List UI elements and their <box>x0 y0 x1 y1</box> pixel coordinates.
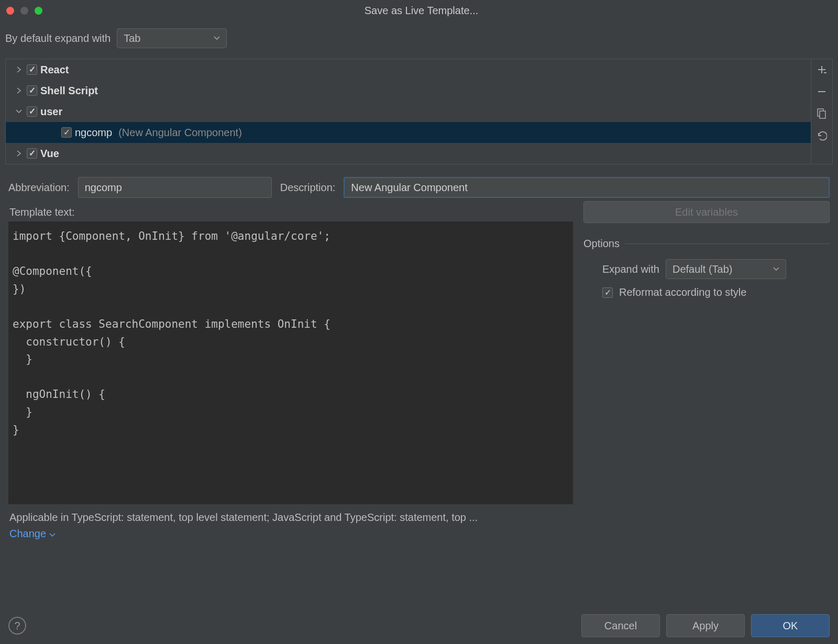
template-tree-area: React Shell Script user ngcomp (New Angu… <box>5 59 833 164</box>
cancel-button[interactable]: Cancel <box>581 614 660 637</box>
cancel-label: Cancel <box>604 620 637 632</box>
editor-area: Template text: import {Component, OnInit… <box>0 198 838 542</box>
reformat-row: Reformat according to style <box>602 286 830 298</box>
tree-item-ngcomp[interactable]: ngcomp (New Angular Component) <box>6 122 811 143</box>
chevron-right-icon <box>14 150 24 157</box>
ok-label: OK <box>783 620 798 632</box>
description-label: Description: <box>280 182 336 194</box>
divider <box>625 243 830 244</box>
options-title-label: Options <box>583 238 620 250</box>
copy-icon[interactable] <box>815 107 828 120</box>
undo-icon[interactable] <box>815 129 828 142</box>
tree-item-user[interactable]: user <box>6 101 811 122</box>
default-expand-select[interactable]: Tab <box>117 28 227 48</box>
tree-checkbox[interactable] <box>27 85 37 96</box>
titlebar: Save as Live Template... <box>0 0 838 21</box>
template-tree[interactable]: React Shell Script user ngcomp (New Angu… <box>5 59 811 164</box>
help-button[interactable]: ? <box>8 617 26 635</box>
abbrev-desc-row: Abbreviation: Description: <box>0 164 838 198</box>
tree-item-label: user <box>40 106 62 118</box>
expand-with-value: Default (Tab) <box>672 263 733 275</box>
expand-with-label: Expand with <box>602 263 659 275</box>
tree-item-react[interactable]: React <box>6 59 811 80</box>
svg-rect-1 <box>820 111 825 118</box>
tree-item-shell-script[interactable]: Shell Script <box>6 80 811 101</box>
chevron-down-icon <box>773 267 779 271</box>
tree-toolbar <box>811 59 833 164</box>
chevron-right-icon <box>14 87 24 94</box>
change-contexts-link[interactable]: Change <box>8 526 573 542</box>
tree-checkbox[interactable] <box>61 127 72 138</box>
tree-item-label: React <box>40 64 69 76</box>
dialog-footer: ? Cancel Apply OK <box>0 607 838 644</box>
reformat-label: Reformat according to style <box>619 286 746 298</box>
reformat-checkbox[interactable] <box>602 287 613 298</box>
edit-variables-button[interactable]: Edit variables <box>583 201 830 223</box>
options-panel: Edit variables Options Expand with Defau… <box>583 198 830 542</box>
expand-with-row: Expand with Default (Tab) <box>602 259 830 279</box>
change-link-label: Change <box>9 528 46 540</box>
default-expand-row: By default expand with Tab <box>0 21 838 55</box>
tree-item-label: ngcomp <box>75 127 112 139</box>
remove-icon[interactable] <box>815 85 828 98</box>
tree-item-vue[interactable]: Vue <box>6 143 811 164</box>
applicable-contexts-text: Applicable in TypeScript: statement, top… <box>8 504 573 526</box>
abbreviation-input[interactable] <box>78 177 272 198</box>
window-title: Save as Live Template... <box>11 5 832 17</box>
default-expand-value: Tab <box>124 32 140 45</box>
chevron-down-icon <box>214 36 220 40</box>
tree-item-alt: (New Angular Component) <box>118 127 242 139</box>
tree-item-label: Vue <box>40 148 59 160</box>
template-text-editor[interactable]: import {Component, OnInit} from '@angula… <box>8 221 573 504</box>
abbreviation-label: Abbreviation: <box>8 182 70 194</box>
default-expand-label: By default expand with <box>5 32 111 45</box>
tree-checkbox[interactable] <box>27 148 37 159</box>
tree-checkbox[interactable] <box>27 106 37 117</box>
chevron-down-icon <box>14 109 24 114</box>
tree-checkbox[interactable] <box>27 64 37 75</box>
edit-variables-label: Edit variables <box>675 206 738 218</box>
tree-item-label: Shell Script <box>40 85 98 97</box>
options-title: Options <box>583 238 830 250</box>
expand-with-select[interactable]: Default (Tab) <box>666 259 786 279</box>
ok-button[interactable]: OK <box>751 614 830 637</box>
apply-label: Apply <box>692 620 719 632</box>
apply-button[interactable]: Apply <box>666 614 745 637</box>
add-icon[interactable] <box>815 63 828 76</box>
description-input[interactable] <box>344 177 830 198</box>
chevron-down-icon <box>49 528 56 540</box>
template-text-label: Template text: <box>9 206 573 218</box>
chevron-right-icon <box>14 66 24 73</box>
